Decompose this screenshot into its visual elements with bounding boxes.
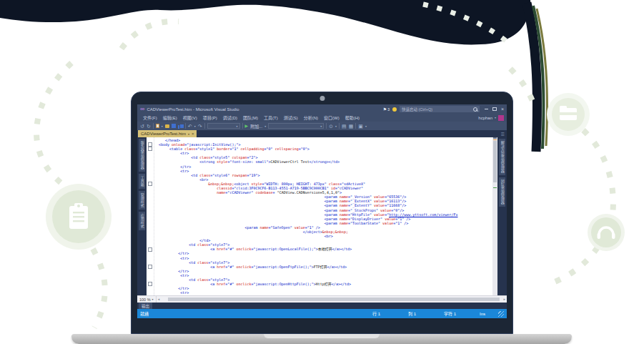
status-character: 字符 1 (444, 310, 480, 317)
notifications-flag-icon[interactable]: ⚑3 (383, 107, 390, 112)
signed-in-user[interactable]: hcphan (478, 116, 492, 120)
dock-tab[interactable]: 服务器资源管理器 (139, 139, 145, 172)
horizontal-scrollbar[interactable]: ◂ ▸ (157, 296, 507, 303)
tab-close-icon[interactable]: × (192, 132, 194, 136)
dock-tab[interactable]: 团队资源管理器 (499, 177, 505, 207)
fold-toggle-icon[interactable] (148, 182, 152, 186)
attach-caret-icon[interactable]: ▾ (264, 124, 266, 128)
toolbar-separator (339, 123, 340, 129)
code-line: <tr> (154, 290, 492, 295)
fold-toggle-icon[interactable] (148, 142, 152, 147)
editor-bottom-bar: 100 % ▾ ◂ ▸ (137, 295, 507, 303)
clipboard-badge (46, 184, 112, 250)
grid-icon[interactable]: ▤ (342, 124, 347, 129)
toolbar-separator (355, 123, 356, 129)
menu-item[interactable]: 分析(N) (301, 116, 321, 120)
toolbar-separator (185, 123, 186, 129)
toolbar-separator (204, 123, 205, 129)
swoosh-ribbon (0, 0, 530, 44)
tab-output[interactable]: 输出 (139, 303, 152, 309)
list-icon[interactable]: ▦ (349, 124, 354, 129)
zoom-level: 100 % (139, 298, 151, 302)
dock-tab[interactable]: 管理样式 (139, 191, 145, 210)
menu-item[interactable]: 帮助(H) (342, 116, 362, 120)
menu-item[interactable]: 窗口(W) (321, 116, 342, 120)
dock-tab[interactable]: 应用样式 (139, 212, 145, 230)
scrollbar-mark (493, 187, 497, 188)
save-icon[interactable] (172, 124, 176, 128)
vertical-scrollbar-thumb[interactable] (493, 141, 497, 182)
tab-label: CADViewerProTest.htm (141, 132, 186, 136)
dock-tab[interactable]: 工具箱 (139, 174, 145, 189)
splitter-handle[interactable] (493, 137, 497, 139)
search-icon (473, 107, 477, 112)
new-file-caret-icon[interactable]: ▾ (162, 124, 163, 128)
toolbar: ↺ ↻ ▾ ↶ ▾ ↷ ▾ ▶ 附加... ▾ ▾ ⊙ (137, 122, 507, 130)
menu-item[interactable]: 项目(P) (200, 116, 220, 120)
redo-icon[interactable]: ↷ (198, 124, 202, 129)
zoom-caret-icon[interactable]: ▾ (152, 298, 154, 301)
laptop-camera (319, 96, 325, 101)
toolbar-separator (153, 123, 154, 129)
dashed-curve-right-lower (548, 247, 598, 285)
menu-bar: 文件(F)编辑(E)视图(V)项目(P)调试(D)团队(M)工具(T)测试(S)… (137, 114, 507, 122)
undo-caret-icon[interactable]: ▾ (194, 124, 196, 128)
menu-item[interactable]: 团队(M) (240, 116, 261, 120)
fold-toggle-icon[interactable] (148, 282, 152, 286)
right-dock-tabs: 解决方案资源管理器团队资源管理器 (497, 137, 507, 295)
horizontal-scrollbar-thumb[interactable] (168, 298, 500, 301)
new-file-icon[interactable] (156, 124, 159, 128)
navigate-back-icon[interactable]: ↺ (140, 124, 144, 129)
dock-tab[interactable]: 解决方案资源管理器 (499, 139, 505, 175)
fold-toggle-icon[interactable] (148, 247, 152, 252)
hero-illustration: ∞ CADViewerProTest.htm - Microsoft Visua… (0, 0, 644, 344)
laptop-base (71, 334, 572, 344)
menu-item[interactable]: 工具(T) (261, 116, 281, 120)
attach-label[interactable]: 附加... (250, 123, 262, 129)
tab-cadviewerprotest[interactable]: CADViewerProTest.htm ▾ × (138, 130, 197, 137)
vertical-scrollbar[interactable] (492, 137, 497, 295)
menu-item[interactable]: 调试(D) (220, 116, 240, 120)
zoom-control[interactable]: 100 % ▾ (137, 296, 157, 303)
notifications-count: 3 (387, 107, 390, 112)
find-icon[interactable]: ⊙ (329, 124, 333, 129)
editor-area: 服务器资源管理器工具箱管理样式应用样式 </head> <body onload… (137, 137, 507, 295)
fold-toggle-icon[interactable] (148, 265, 152, 269)
user-dropdown-caret-icon[interactable]: ▾ (495, 116, 496, 119)
toolbar-separator (326, 123, 327, 129)
configuration-dropdown[interactable]: ▾ (207, 123, 240, 129)
menu-item[interactable]: 视图(V) (180, 116, 200, 120)
platform-dropdown[interactable]: ▾ (268, 123, 324, 129)
status-insert-mode: Ins (480, 312, 498, 316)
navigate-forward-icon[interactable]: ↻ (147, 124, 151, 129)
save-all-icon[interactable] (178, 124, 183, 129)
dashed-curve-top-left (122, 21, 179, 49)
user-avatar[interactable] (498, 115, 504, 121)
start-debug-icon[interactable]: ▶ (245, 124, 249, 128)
visual-studio-logo-icon: ∞ (140, 106, 144, 112)
resize-grip[interactable] (498, 311, 504, 317)
tab-list-icon[interactable]: ☰ (501, 130, 507, 137)
fold-toggle-icon[interactable] (148, 147, 152, 151)
solution-explorer-icon[interactable]: ▣ (358, 124, 363, 129)
scroll-right-icon[interactable]: ▸ (503, 297, 505, 302)
minimize-button[interactable] (485, 109, 488, 109)
feedback-icon[interactable] (392, 107, 397, 112)
undo-icon[interactable]: ↶ (188, 124, 192, 129)
quick-launch-input[interactable]: 快速启动 (Ctrl+Q) (400, 106, 480, 112)
menu-item[interactable]: 文件(F) (140, 116, 160, 120)
dashed-curve-left (36, 63, 71, 185)
toolbar-options-caret-icon[interactable]: ▾ (365, 124, 367, 128)
open-folder-icon[interactable] (165, 124, 169, 128)
menu-item[interactable]: 测试(S) (281, 116, 301, 120)
maximize-button[interactable] (492, 107, 497, 111)
code-gutter (147, 137, 154, 295)
tab-dropdown-caret-icon[interactable]: ▾ (188, 132, 189, 136)
headset-badge (588, 214, 625, 251)
code-editor[interactable]: </head> <body onload="javascript:InitVie… (154, 137, 492, 295)
close-button[interactable]: × (501, 107, 504, 112)
find-caret-icon[interactable]: ▾ (335, 124, 337, 128)
laptop-screen: ∞ CADViewerProTest.htm - Microsoft Visua… (131, 92, 513, 334)
scroll-left-icon[interactable]: ◂ (158, 297, 160, 302)
menu-item[interactable]: 编辑(E) (160, 116, 180, 120)
